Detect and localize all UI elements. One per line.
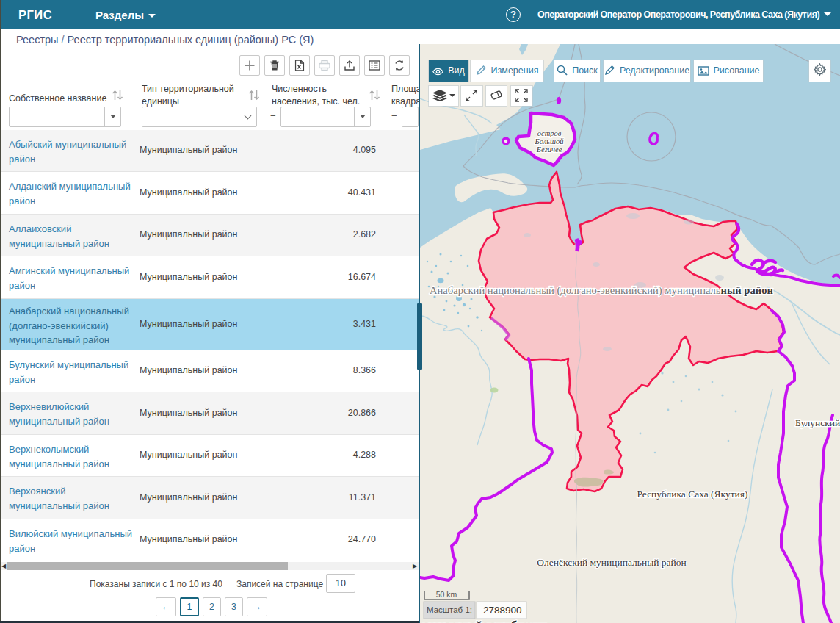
svg-text:минимальный масштаб не задан: минимальный масштаб не задан [422,619,547,623]
svg-text:остров: остров [537,129,562,137]
svg-text:50 km: 50 km [436,590,457,599]
svg-text:Оленёкский муниципальный район: Оленёкский муниципальный район [537,557,687,568]
svg-text:Бегичев: Бегичев [536,145,562,154]
svg-text:Анабарский национальный (долга: Анабарский национальный (долгано-эвенкий… [430,284,773,297]
svg-text:Масштаб 1:: Масштаб 1: [427,605,472,614]
svg-text:Булунский: Булунский [795,417,840,428]
svg-text:Большой: Большой [535,137,565,145]
svg-text:2788900: 2788900 [483,605,522,616]
svg-text:Республика Саха (Якутия): Республика Саха (Якутия) [637,489,747,500]
